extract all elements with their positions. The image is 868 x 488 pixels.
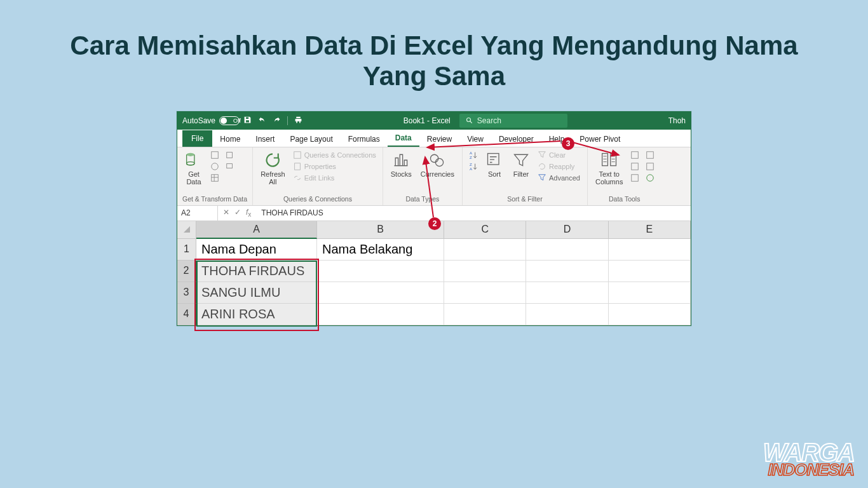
fx-icon[interactable]: fx [246, 208, 251, 218]
save-icon[interactable] [243, 116, 252, 126]
sort-za-icon[interactable]: ZA [468, 161, 479, 172]
col-b-header[interactable]: B [317, 221, 444, 239]
tab-home[interactable]: Home [212, 131, 248, 147]
search-icon [466, 117, 473, 125]
svg-point-1 [187, 152, 194, 156]
svg-rect-22 [647, 151, 654, 158]
cell-d2[interactable] [526, 261, 608, 282]
undo-icon[interactable] [258, 116, 266, 126]
cell-b3[interactable] [317, 282, 444, 304]
tab-data[interactable]: Data [388, 130, 419, 147]
cell-a3[interactable]: SANGU ILMU [196, 282, 317, 304]
cell-b4[interactable] [317, 304, 444, 325]
refresh-label: Refresh All [261, 170, 285, 186]
select-all-corner[interactable] [177, 221, 196, 239]
cell-e2[interactable] [609, 261, 691, 282]
cell-c3[interactable] [444, 282, 526, 304]
edit-links[interactable]: Edit Links [292, 173, 377, 183]
sort-label: Sort [488, 170, 501, 178]
stocks-button[interactable]: Stocks [388, 150, 414, 179]
cell-a4[interactable]: ARINI ROSA [196, 304, 317, 325]
cell-a1[interactable]: Nama Depan [196, 239, 317, 261]
cell-c2[interactable] [444, 261, 526, 282]
svg-rect-23 [647, 163, 654, 170]
from-text-icon[interactable] [209, 150, 220, 160]
filter-label: Filter [513, 170, 529, 178]
toggle-state: Off [233, 118, 241, 124]
redo-icon[interactable] [273, 116, 281, 126]
database-icon [185, 151, 203, 169]
remove-dup-icon[interactable] [629, 161, 641, 172]
document-title: Book1 - Excel [403, 116, 451, 125]
stocks-label: Stocks [391, 170, 412, 178]
col-a-header[interactable]: A [196, 221, 317, 239]
cell-d3[interactable] [526, 282, 608, 304]
callout-3-arrow [416, 136, 625, 161]
name-box[interactable]: A2 [177, 206, 218, 220]
col-d-header[interactable]: D [526, 221, 608, 239]
page-heading: Cara Memisahkan Data Di Excel Yang Menga… [0, 0, 868, 111]
cell-b1[interactable]: Nama Belakang [317, 239, 444, 261]
svg-text:Z: Z [470, 162, 472, 166]
reapply-filter[interactable]: Reapply [536, 161, 582, 172]
col-c-header[interactable]: C [444, 221, 526, 239]
row-1-header[interactable]: 1 [177, 239, 196, 261]
svg-line-27 [425, 157, 433, 217]
svg-rect-21 [632, 174, 639, 181]
cell-b2[interactable] [317, 261, 444, 282]
recent-icon[interactable] [224, 150, 236, 160]
callout-2-badge: 2 [428, 217, 441, 230]
t2c-label: Text to Columns [595, 170, 623, 186]
svg-point-2 [187, 161, 194, 165]
flash-fill-icon[interactable] [629, 150, 641, 160]
tab-insert[interactable]: Insert [248, 131, 282, 147]
enter-icon[interactable]: ✓ [234, 208, 241, 218]
cell-d1[interactable] [526, 239, 608, 261]
from-table-icon[interactable] [209, 173, 220, 183]
row-2-header[interactable]: 2 [177, 261, 196, 282]
properties[interactable]: Properties [292, 161, 377, 172]
svg-rect-6 [227, 152, 233, 158]
refresh-all-button[interactable]: Refresh All [258, 150, 288, 187]
search-box[interactable]: Search [459, 114, 567, 128]
consolidate-icon[interactable] [644, 150, 656, 160]
cell-c4[interactable] [444, 304, 526, 325]
cancel-icon[interactable]: ✕ [223, 208, 229, 218]
svg-point-24 [647, 174, 654, 181]
tab-page-layout[interactable]: Page Layout [282, 131, 340, 147]
cell-e3[interactable] [609, 282, 691, 304]
cell-e4[interactable] [609, 304, 691, 325]
advanced-filter[interactable]: Advanced [536, 173, 582, 183]
svg-point-0 [466, 118, 470, 121]
group-label-queries: Queries & Connections [258, 194, 377, 204]
from-web-icon[interactable] [209, 161, 220, 172]
relations-icon[interactable] [644, 161, 656, 172]
cell-e1[interactable] [609, 239, 691, 261]
grid-wrapper: A B C D E 1 Nama Depan Nama Belakang 2 T… [177, 221, 691, 325]
separator [287, 116, 288, 125]
row-3-header[interactable]: 3 [177, 282, 196, 304]
get-data-button[interactable]: Get Data [182, 150, 205, 187]
existing-icon[interactable] [224, 161, 236, 172]
print-icon[interactable] [294, 116, 302, 126]
autosave-toggle[interactable]: AutoSave Off [182, 116, 236, 125]
refresh-icon [264, 151, 281, 169]
datamodel-icon[interactable] [644, 173, 656, 183]
row-4-header[interactable]: 4 [177, 304, 196, 325]
svg-rect-20 [632, 163, 639, 170]
watermark-line2: INDONESIA [763, 463, 854, 477]
user-name: Thoh [668, 116, 686, 125]
data-valid-icon[interactable] [629, 173, 641, 183]
titlebar: AutoSave Off Book1 - Excel Search Thoh [177, 112, 691, 130]
cell-a2[interactable]: THOHA FIRDAUS [196, 261, 317, 282]
col-e-header[interactable]: E [609, 221, 691, 239]
tab-file[interactable]: File [182, 130, 212, 147]
svg-rect-9 [294, 163, 300, 170]
svg-rect-7 [227, 163, 233, 168]
stocks-icon [392, 151, 410, 169]
cell-c1[interactable] [444, 239, 526, 261]
formula-input[interactable]: THOHA FIRDAUS [256, 208, 328, 217]
tab-formulas[interactable]: Formulas [341, 131, 388, 147]
cell-d4[interactable] [526, 304, 608, 325]
queries-connections[interactable]: Queries & Connections [292, 150, 377, 160]
